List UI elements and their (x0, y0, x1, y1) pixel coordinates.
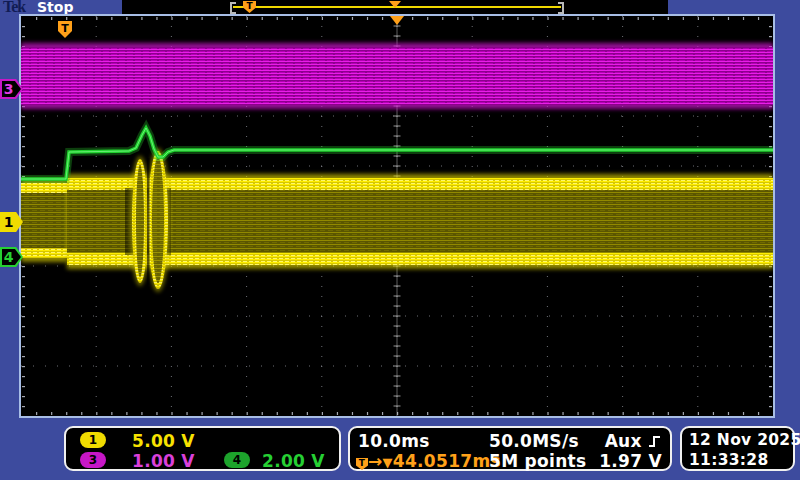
top-status-bar: Tek Stop T (0, 0, 800, 15)
delay-value: 44.0517ms (393, 451, 501, 471)
timebase-readout: 10.0ms (358, 431, 430, 451)
vertical-scale-readout-box[interactable]: 1 5.00 V 3 1.00 V 4 2.00 V (64, 426, 341, 471)
channel-3-scale: 1.00 V (132, 451, 195, 471)
channel-1-badge[interactable]: 1 (80, 432, 106, 448)
delay-arrow-icon: → (368, 451, 383, 471)
time-readout: 11:33:28 (689, 451, 769, 470)
trigger-level-readout: 1.97 V (599, 451, 662, 471)
expansion-point-marker-icon[interactable] (390, 16, 404, 25)
datetime-box: 12 Nov 2025 11:33:28 (680, 426, 795, 471)
record-expansion-marker-icon[interactable] (389, 1, 401, 8)
acquisition-status: Stop (37, 0, 73, 15)
trigger-delay-readout: T→▼44.0517ms (356, 451, 501, 471)
record-window-left-bracket-icon (230, 2, 236, 14)
channel-4-scale: 2.00 V (262, 451, 325, 471)
channel-3-badge[interactable]: 3 (80, 452, 106, 468)
delay-triangle-icon: ▼ (383, 455, 393, 470)
channel-4-badge[interactable]: 4 (224, 452, 250, 468)
channel-1-scale: 5.00 V (132, 431, 195, 451)
trigger-position-t-label: T (61, 22, 69, 35)
trigger-source-readout: Aux (605, 431, 662, 451)
record-length-readout: 5M points (489, 451, 586, 471)
channel-3-label: 3 (0, 80, 17, 98)
record-trigger-t-icon[interactable]: T (243, 1, 256, 13)
channel-4-label: 4 (0, 248, 17, 266)
date-readout: 12 Nov 2025 (689, 431, 800, 450)
trigger-source-label: Aux (605, 431, 642, 451)
horizontal-trigger-readout-box[interactable]: 10.0ms 50.0MS/s Aux T→▼44.0517ms 5M poin… (348, 426, 672, 471)
waveform-svg: T (21, 16, 773, 416)
channel-1-label: 1 (0, 213, 17, 231)
rising-edge-icon (648, 434, 662, 448)
waveform-display: T (19, 14, 775, 418)
sample-rate-readout: 50.0MS/s (489, 431, 579, 451)
delay-t-icon: T (356, 458, 368, 470)
record-view-bar: T (122, 0, 668, 14)
record-window-right-bracket-icon (558, 2, 564, 14)
